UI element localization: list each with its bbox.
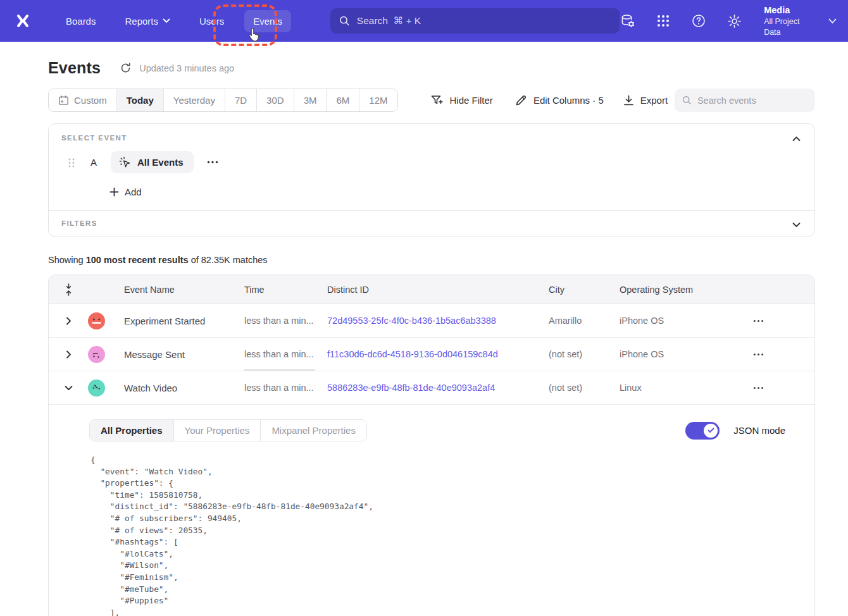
plus-icon <box>109 187 119 197</box>
search-events-input[interactable] <box>697 95 807 106</box>
date-range-today[interactable]: Today <box>117 89 164 111</box>
date-range-3m[interactable]: 3M <box>294 89 327 111</box>
event-avatar <box>88 379 105 397</box>
chevron-right-icon <box>66 350 72 359</box>
nav-item-boards[interactable]: Boards <box>57 10 105 32</box>
global-search-input[interactable] <box>357 15 611 27</box>
help-icon[interactable] <box>690 13 707 29</box>
nav-utilities: Media All Project Data <box>620 4 837 38</box>
results-count: 100 most recent results <box>86 255 189 265</box>
project-scope: All Project Data <box>764 16 818 38</box>
chevron-up-icon <box>792 136 801 142</box>
json-mode-toggle[interactable] <box>685 422 720 440</box>
nav-item-users[interactable]: Users <box>190 10 233 32</box>
event-row-more-button[interactable] <box>205 155 220 170</box>
column-header-os[interactable]: Operating System <box>620 285 751 295</box>
filter-funnel-icon <box>430 94 444 107</box>
date-range-7d[interactable]: 7D <box>225 89 257 111</box>
json-mode-label: JSON mode <box>733 425 785 436</box>
event-query-row: A All Events <box>61 151 802 173</box>
distinct-id-link[interactable]: 5886283e-e9fb-48fb-81de-40e9093a2af4 <box>327 383 549 393</box>
refresh-button[interactable] <box>120 62 132 75</box>
results-summary: Showing 100 most recent results of 82.35… <box>48 255 815 265</box>
table-header-row: Event Name Time Distinct ID City Operati… <box>49 275 814 304</box>
table-row[interactable]: Experiment Started less than a min... 72… <box>49 304 814 338</box>
event-city: (not set) <box>549 383 620 393</box>
row-actions-button[interactable] <box>751 347 766 362</box>
distinct-id-link[interactable]: 72d49553-25fc-4f0c-b436-1b5ac6ab3388 <box>327 316 549 326</box>
edit-columns-button[interactable]: Edit Columns · 5 <box>514 94 604 107</box>
expand-row-button[interactable] <box>61 314 75 328</box>
ellipsis-icon <box>753 319 764 323</box>
main-content: Events Updated 3 minutes ago Custom <box>0 59 848 616</box>
export-button[interactable]: Export <box>623 94 668 106</box>
search-icon <box>339 15 350 27</box>
collapse-all-rows-button[interactable] <box>49 283 88 296</box>
event-city: Amarillo <box>549 316 620 326</box>
column-header-time[interactable]: Time <box>244 285 327 295</box>
project-switcher[interactable]: Media All Project Data <box>764 4 837 38</box>
chevron-down-icon <box>65 385 73 391</box>
chevron-down-icon <box>163 18 170 23</box>
events-table: Event Name Time Distinct ID City Operati… <box>48 274 815 616</box>
ellipsis-icon <box>753 353 764 356</box>
all-events-icon <box>118 156 132 169</box>
top-navigation: Boards Reports Users Events <box>0 0 848 42</box>
date-range-yesterday[interactable]: Yesterday <box>164 89 225 111</box>
row-actions-button[interactable] <box>751 380 766 395</box>
chevron-right-icon <box>66 317 72 325</box>
tab-mixpanel-properties[interactable]: Mixpanel Properties <box>261 420 366 441</box>
expand-filters-button[interactable] <box>789 218 803 231</box>
date-range-6m[interactable]: 6M <box>327 89 359 111</box>
filters-label: FILTERS <box>61 219 802 227</box>
drag-handle-icon[interactable] <box>68 157 75 168</box>
search-events-field[interactable] <box>675 89 815 112</box>
pencil-icon <box>514 94 528 107</box>
column-header-distinct-id[interactable]: Distinct ID <box>327 285 549 295</box>
events-page: Boards Reports Users Events <box>0 0 848 616</box>
event-name: Watch Video <box>124 383 244 393</box>
event-json-viewer[interactable]: { "event": "Watch Video", "properties": … <box>90 454 799 616</box>
tab-your-properties[interactable]: Your Properties <box>174 420 261 441</box>
hide-filter-button[interactable]: Hide Filter <box>430 94 493 107</box>
date-range-30d[interactable]: 30D <box>257 89 294 111</box>
event-selector-chip[interactable]: All Events <box>111 151 194 173</box>
date-range-12m[interactable]: 12M <box>359 89 397 111</box>
event-time: less than a min... <box>244 349 327 359</box>
nav-item-events[interactable]: Events <box>244 10 291 32</box>
row-actions-button[interactable] <box>751 313 766 328</box>
event-time: less than a min... <box>244 383 327 393</box>
column-header-event-name[interactable]: Event Name <box>124 285 244 295</box>
column-header-city[interactable]: City <box>549 285 620 295</box>
nav-item-reports[interactable]: Reports <box>116 10 179 32</box>
event-name: Message Sent <box>124 349 244 360</box>
select-event-section: SELECT EVENT A <box>49 124 814 210</box>
calendar-icon <box>58 95 69 106</box>
search-icon <box>682 95 692 106</box>
event-avatar <box>88 346 105 363</box>
date-range-custom[interactable]: Custom <box>49 89 117 111</box>
distinct-id-link[interactable]: f11c30d6-dc6d-4518-9136-0d046159c84d <box>327 349 549 359</box>
apps-grid-icon[interactable] <box>655 13 671 29</box>
expand-collapse-all-icon <box>64 283 73 296</box>
table-row-expanded[interactable]: Watch Video less than a min... 5886283e-… <box>49 371 814 405</box>
event-row-letter: A <box>90 157 99 168</box>
event-city: (not set) <box>549 349 620 359</box>
global-search[interactable] <box>330 8 620 34</box>
tab-all-properties[interactable]: All Properties <box>90 420 174 441</box>
settings-gear-icon[interactable] <box>726 13 742 29</box>
properties-tabs: All Properties Your Properties Mixpanel … <box>89 419 367 441</box>
data-management-icon[interactable] <box>620 13 636 29</box>
chevron-down-icon <box>792 222 801 228</box>
collapse-row-button[interactable] <box>61 381 75 395</box>
event-os: iPhone OS <box>620 349 751 359</box>
collapse-section-button[interactable] <box>789 132 803 145</box>
table-row[interactable]: Message Sent less than a min... f11c30d6… <box>49 338 814 371</box>
add-event-button[interactable]: Add <box>109 187 142 197</box>
mixpanel-logo-icon[interactable] <box>10 8 35 34</box>
query-builder-panel: SELECT EVENT A <box>48 123 815 237</box>
last-updated-text: Updated 3 minutes ago <box>139 63 234 73</box>
expand-row-button[interactable] <box>61 347 75 361</box>
project-name: Media <box>764 4 818 16</box>
event-detail-panel: All Properties Your Properties Mixpanel … <box>49 405 814 616</box>
